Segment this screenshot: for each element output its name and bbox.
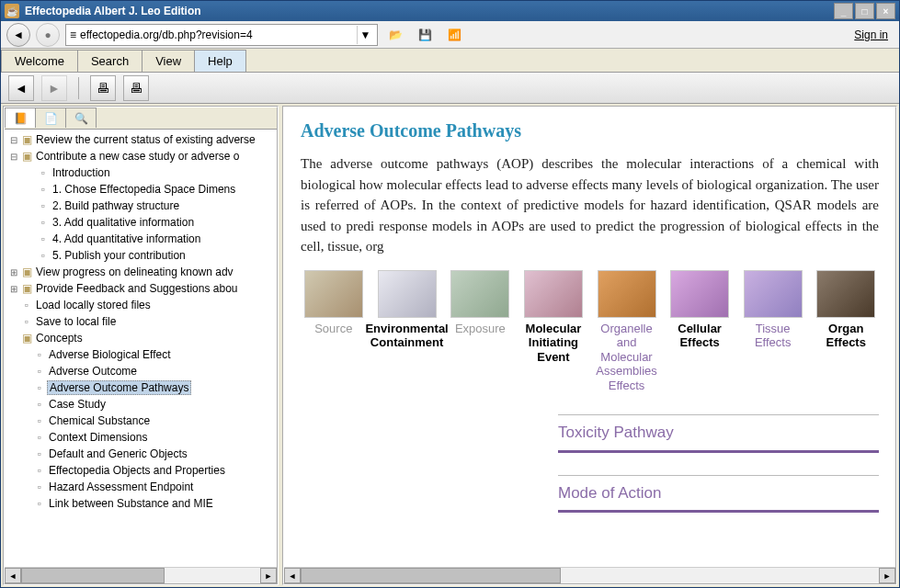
url-input[interactable] bbox=[80, 28, 353, 41]
page-setup-button[interactable]: 🖶 bbox=[123, 75, 149, 101]
open-folder-button[interactable]: 📂 bbox=[383, 23, 407, 47]
document-icon: ▫ bbox=[36, 183, 51, 196]
refresh-button[interactable]: ● bbox=[36, 23, 60, 47]
tree-node[interactable]: ⊞▣Provide Feedback and Suggestions abou bbox=[6, 280, 275, 297]
pathway-item: Organelle and Molecular Assemblies Effec… bbox=[594, 270, 660, 393]
tree-node[interactable]: ▫Adverse Outcome bbox=[6, 363, 275, 379]
tree-node[interactable]: ▫4. Add quantitative information bbox=[6, 231, 275, 247]
tree-label: Contribute a new case study or adverse o bbox=[34, 150, 241, 163]
tree-node[interactable]: ▫Save to local file bbox=[6, 313, 275, 330]
document-icon: ▫ bbox=[32, 365, 47, 378]
tree-node[interactable]: ▫Chemical Substance bbox=[6, 413, 275, 429]
tree-node[interactable]: ⊟▣Contribute a new case study or adverse… bbox=[6, 148, 275, 164]
document-icon: ▫ bbox=[32, 414, 47, 427]
collapse-icon[interactable]: ⊟ bbox=[8, 135, 19, 145]
tree-node[interactable]: ▫1. Chose Effectopedia Space Dimens bbox=[6, 181, 275, 198]
tree-node[interactable]: ▫Effectopedia Objects and Properties bbox=[6, 462, 275, 479]
pathway-label: Source bbox=[314, 322, 352, 336]
tree-node[interactable]: ▫5. Publish your contribution bbox=[6, 247, 275, 264]
sign-in-link[interactable]: Sign in bbox=[854, 28, 894, 41]
pathway-label: Exposure bbox=[455, 322, 506, 336]
toc-tree[interactable]: ⊟▣Review the current status of existing … bbox=[5, 130, 277, 567]
pathway-label: Organelle and Molecular Assemblies Effec… bbox=[594, 322, 660, 393]
document-icon: ▫ bbox=[32, 348, 47, 361]
save-button[interactable]: 💾 bbox=[413, 23, 437, 47]
tree-node[interactable]: ▣Concepts bbox=[6, 330, 275, 346]
document-icon: ▫ bbox=[32, 497, 47, 510]
expand-icon[interactable]: ⊞ bbox=[8, 267, 19, 277]
url-dropdown-button[interactable]: ▼ bbox=[357, 26, 373, 44]
tree-node[interactable]: ▫Hazard Assessment Endpoint bbox=[6, 479, 275, 495]
tree-label: Case Study bbox=[47, 398, 108, 411]
tab-bar: Welcome Search View Help bbox=[1, 49, 899, 73]
back-button[interactable]: ◄ bbox=[6, 23, 30, 47]
content-heading: Adverse Outcome Pathways bbox=[301, 117, 879, 144]
window-title: Effectopedia Albert J. Leo Edition bbox=[25, 5, 834, 17]
tree-label: Provide Feedback and Suggestions abou bbox=[34, 282, 240, 295]
tree-node[interactable]: ⊟▣Review the current status of existing … bbox=[6, 131, 275, 148]
tree-label: Context Dimensions bbox=[47, 431, 149, 444]
tab-help[interactable]: Help bbox=[194, 50, 246, 72]
tree-node[interactable]: ⊞▣View progress on delineating known adv bbox=[6, 264, 275, 280]
tree-node[interactable]: ▫2. Build pathway structure bbox=[6, 198, 275, 214]
hscroll-track[interactable] bbox=[21, 568, 260, 583]
document-icon: ▫ bbox=[32, 447, 47, 460]
tree-label: Adverse Outcome Pathways bbox=[47, 380, 191, 395]
tab-welcome[interactable]: Welcome bbox=[1, 50, 78, 72]
content-hscroll[interactable]: ◄ ► bbox=[284, 567, 895, 583]
document-icon: ▫ bbox=[32, 481, 47, 493]
sidebar-tab-search[interactable]: 🔍 bbox=[65, 107, 97, 128]
document-icon: ▫ bbox=[36, 216, 51, 229]
pathway-item: Cellular Effects bbox=[666, 270, 733, 393]
collapse-icon[interactable]: ⊟ bbox=[8, 152, 19, 162]
tree-label: Default and Generic Objects bbox=[47, 447, 189, 460]
hscroll-right-button[interactable]: ► bbox=[260, 568, 277, 583]
tab-view[interactable]: View bbox=[142, 50, 195, 72]
rss-button[interactable]: 📶 bbox=[442, 23, 466, 47]
sidebar-hscroll[interactable]: ◄ ► bbox=[5, 567, 277, 583]
tree-node[interactable]: ▫Introduction bbox=[6, 164, 275, 181]
content-body[interactable]: Adverse Outcome Pathways The adverse out… bbox=[284, 107, 895, 567]
sidebar-tab-index[interactable]: 📄 bbox=[35, 107, 66, 128]
close-button[interactable]: × bbox=[876, 3, 895, 19]
print-button[interactable]: 🖶 bbox=[90, 75, 116, 101]
java-icon: ☕ bbox=[5, 4, 19, 18]
pathway-thumbnail bbox=[744, 270, 803, 318]
tree-node[interactable]: ▫Case Study bbox=[6, 396, 275, 413]
hscroll-left-button[interactable]: ◄ bbox=[284, 568, 301, 583]
tree-node[interactable]: ▫Context Dimensions bbox=[6, 429, 275, 446]
separator bbox=[78, 77, 79, 99]
pathway-thumbnail bbox=[598, 270, 656, 318]
pathway-thumbnail bbox=[304, 270, 363, 318]
tab-search[interactable]: Search bbox=[77, 50, 142, 72]
tree-label: Link between Substance and MIE bbox=[47, 497, 215, 510]
hscroll-right-button[interactable]: ► bbox=[879, 568, 895, 583]
pathway-label: Cellular Effects bbox=[666, 322, 733, 350]
maximize-button[interactable]: □ bbox=[855, 3, 874, 19]
pathway-item: Environmental Containment bbox=[374, 270, 440, 393]
tree-label: 4. Add quantitative information bbox=[51, 232, 202, 245]
sidebar-tab-contents[interactable]: 📙 bbox=[5, 107, 36, 128]
hscroll-track[interactable] bbox=[301, 568, 879, 583]
tree-label: 5. Publish your contribution bbox=[51, 249, 188, 262]
tree-node[interactable]: ▫3. Add qualitative information bbox=[6, 214, 275, 231]
tree-node[interactable]: ▫Adverse Outcome Pathways bbox=[6, 379, 275, 396]
tree-label: Review the current status of existing ad… bbox=[34, 133, 257, 146]
tree-node[interactable]: ▫Link between Substance and MIE bbox=[6, 495, 275, 512]
pathway-thumbnail bbox=[524, 270, 583, 318]
hscroll-left-button[interactable]: ◄ bbox=[5, 568, 21, 583]
pathway-label: Environmental Containment bbox=[365, 322, 448, 350]
help-forward-button[interactable]: ► bbox=[41, 75, 67, 101]
tree-label: View progress on delineating known adv bbox=[34, 266, 235, 278]
tree-node[interactable]: ▫Default and Generic Objects bbox=[6, 446, 275, 462]
window-controls: _ □ × bbox=[834, 3, 895, 19]
book-icon: 📙 bbox=[14, 112, 28, 125]
minimize-button[interactable]: _ bbox=[834, 3, 853, 19]
document-icon: ▫ bbox=[32, 464, 47, 477]
help-back-button[interactable]: ◄ bbox=[8, 75, 34, 101]
pathway-item: Molecular Initiating Event bbox=[520, 270, 587, 393]
pathway-label: Tissue Effects bbox=[740, 322, 806, 350]
tree-node[interactable]: ▫Adverse Biological Effect bbox=[6, 346, 275, 363]
expand-icon[interactable]: ⊞ bbox=[8, 284, 19, 294]
tree-node[interactable]: ▫Load locally stored files bbox=[6, 297, 275, 313]
